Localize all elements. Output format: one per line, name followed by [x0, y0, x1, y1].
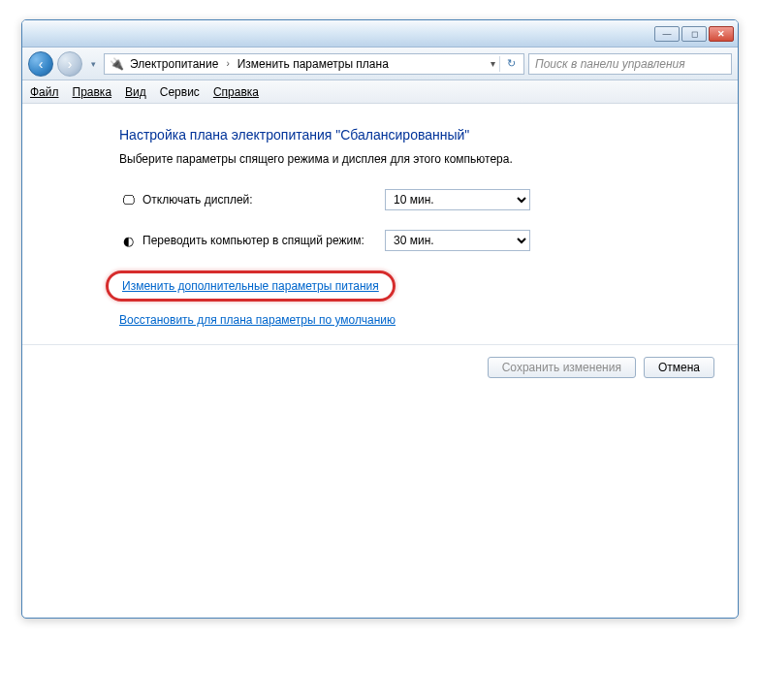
refresh-button[interactable]: ↻	[502, 57, 520, 70]
moon-icon: ◐	[119, 232, 137, 249]
sleep-select[interactable]: 30 мин.	[385, 230, 530, 251]
page-title: Настройка плана электропитания "Сбаланси…	[119, 127, 680, 143]
display-icon: 🖵	[119, 191, 137, 208]
back-button[interactable]: ‹	[28, 51, 53, 77]
forward-button[interactable]: ›	[57, 51, 82, 77]
row-sleep: ◐ Переводить компьютер в спящий режим: 3…	[119, 230, 680, 251]
cancel-button[interactable]: Отмена	[644, 357, 714, 378]
chevron-right-icon: ›	[224, 58, 231, 69]
footer: Сохранить изменения Отмена	[22, 345, 738, 396]
page-subtitle: Выберите параметры спящего режима и дисп…	[119, 152, 680, 166]
maximize-button[interactable]: ◻	[681, 26, 707, 42]
address-bar[interactable]: 🔌 Электропитание › Изменить параметры пл…	[104, 53, 524, 75]
menubar: Файл Правка Вид Сервис Справка	[22, 80, 738, 104]
minimize-button[interactable]: —	[654, 26, 680, 42]
menu-service[interactable]: Сервис	[160, 85, 200, 99]
save-button[interactable]: Сохранить изменения	[488, 357, 636, 378]
address-dropdown[interactable]: ▾	[489, 58, 497, 69]
highlight-ring: Изменить дополнительные параметры питани…	[106, 270, 396, 302]
display-off-select[interactable]: 10 мин.	[385, 189, 530, 210]
breadcrumb-leaf[interactable]: Изменить параметры плана	[238, 57, 389, 71]
breadcrumb-root[interactable]: Электропитание	[130, 57, 218, 71]
links: Изменить дополнительные параметры питани…	[119, 270, 680, 327]
row-display-off: 🖵 Отключать дисплей: 10 мин.	[119, 189, 680, 210]
search-input[interactable]: Поиск в панели управления	[528, 53, 732, 75]
menu-help[interactable]: Справка	[213, 85, 259, 99]
close-button[interactable]: ✕	[709, 26, 734, 42]
separator	[499, 56, 500, 72]
link-restore-defaults[interactable]: Восстановить для плана параметры по умол…	[119, 313, 396, 327]
link-advanced-settings[interactable]: Изменить дополнительные параметры питани…	[122, 279, 379, 293]
menu-file[interactable]: Файл	[30, 85, 59, 99]
history-dropdown[interactable]: ▾	[86, 54, 100, 74]
titlebar: — ◻ ✕	[22, 20, 738, 48]
display-off-label: Отключать дисплей:	[142, 193, 385, 207]
sleep-label: Переводить компьютер в спящий режим:	[142, 234, 385, 247]
menu-view[interactable]: Вид	[125, 85, 146, 99]
menu-edit[interactable]: Правка	[73, 85, 112, 99]
window: — ◻ ✕ ‹ › ▾ 🔌 Электропитание › Изменить …	[21, 19, 739, 619]
content: Настройка плана электропитания "Сбаланси…	[22, 104, 738, 618]
navbar: ‹ › ▾ 🔌 Электропитание › Изменить параме…	[22, 48, 738, 80]
power-icon: 🔌	[109, 56, 124, 72]
